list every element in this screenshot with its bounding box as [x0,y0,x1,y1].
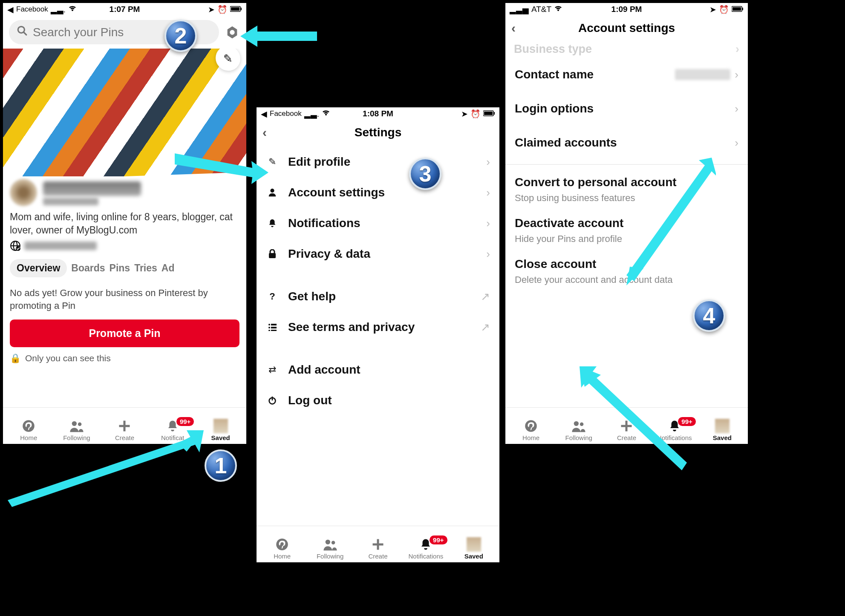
annotation-arrow-to-deactivate [626,158,716,285]
search-row: Search your Pins [3,16,246,49]
settings-gear-button[interactable] [224,24,240,40]
battery-icon [732,5,744,14]
avatar[interactable] [10,179,37,206]
annotation-badge-1: 1 [205,449,237,482]
swap-icon: ⇄ [266,364,279,375]
tab-create[interactable]: Create [354,537,402,560]
tab-label: Home [522,434,539,441]
svg-marker-39 [175,153,268,184]
row-notifications[interactable]: Notifications › [257,208,499,239]
tab-home[interactable]: Home [507,419,555,441]
annotation-arrow-to-saved [8,430,204,507]
tab-label: Saved [464,553,483,560]
svg-point-34 [574,421,579,426]
annotation-badge-3: 3 [409,158,441,190]
nav-header: ‹ Account settings [505,16,748,40]
wifi-icon [554,5,562,14]
promote-pin-button[interactable]: Promote a Pin [10,320,239,347]
chevron-right-icon: › [735,102,738,115]
svg-point-33 [525,420,537,432]
location-icon: ➤ [709,5,716,14]
row-label: Add account [288,363,490,377]
signal-icon: ▂▃. [51,5,66,14]
row-privacy[interactable]: Privacy & data › [257,239,499,269]
svg-point-23 [268,330,270,331]
tab-tries[interactable]: Tries [134,262,157,274]
row-label: Business type [514,43,592,56]
profile-block: Mom and wife, living online for 8 years,… [3,176,246,363]
external-link-icon: ↗ [481,321,490,334]
tab-label: Notifications [409,553,444,560]
back-button[interactable]: ‹ [511,21,516,35]
row-add-account[interactable]: ⇄ Add account [257,354,499,385]
back-app-label[interactable]: Facebook [270,109,302,118]
svg-rect-20 [271,324,277,325]
svg-rect-22 [271,327,277,328]
svg-point-17 [270,189,274,193]
svg-marker-42 [580,366,687,470]
svg-marker-37 [8,430,204,507]
carrier-label: AT&T [531,5,551,14]
svg-point-28 [325,540,330,544]
tab-notifications[interactable]: 99+ Notifications [402,537,450,560]
alarm-icon: ⏰ [217,5,228,14]
website-blurred[interactable] [24,242,97,250]
wifi-icon [68,5,77,14]
row-label: Get help [288,290,471,303]
row-edit-profile[interactable]: ✎ Edit profile › [257,147,499,177]
row-label: Edit profile [288,155,477,169]
phone-profile: ◀ Facebook ▂▃. 1:07 PM ➤ ⏰ Search your P… [3,3,246,444]
signal-icon: ▂▃. [304,109,319,119]
svg-point-27 [276,538,288,550]
tab-boards[interactable]: Boards [71,262,105,274]
row-label: Notifications [288,216,477,230]
tab-pins[interactable]: Pins [110,262,130,274]
profile-tabs: Overview Boards Pins Tries Ad [10,259,239,277]
row-terms[interactable]: See terms and privacy ↗ [257,312,499,343]
row-contact-name[interactable]: Contact name › [505,58,748,92]
chevron-right-icon: › [735,43,739,56]
tab-overview[interactable]: Overview [10,259,67,277]
lock-icon: 🔒 [10,353,21,363]
row-business-type-faded: Business type › [505,40,748,58]
contact-value-blurred [675,69,730,80]
back-app-label[interactable]: Facebook [16,5,48,14]
svg-point-12 [72,421,77,426]
row-log-out[interactable]: Log out [257,385,499,416]
bell-icon [266,219,279,228]
tab-saved[interactable]: Saved [698,419,746,441]
chevron-right-icon: › [486,155,490,169]
notification-badge: 99+ [430,535,447,544]
list-icon [266,323,279,331]
no-ads-text: No ads yet! Grow your business on Pinter… [10,287,239,312]
page-title: Settings [355,126,401,139]
svg-rect-18 [269,253,276,258]
svg-rect-1 [241,8,242,10]
tab-saved[interactable]: Saved [450,537,498,560]
tab-home[interactable]: Home [258,537,306,560]
nav-header: ‹ Settings [257,120,499,145]
back-button[interactable]: ‹ [262,125,267,140]
search-placeholder: Search your Pins [33,26,124,39]
row-login-options[interactable]: Login options › [505,92,748,126]
people-icon [323,537,337,552]
pinterest-icon [524,419,538,433]
chevron-right-icon: › [486,186,490,199]
row-claimed-accounts[interactable]: Claimed accounts › [505,126,748,160]
location-icon: ➤ [461,109,468,119]
globe-icon [10,240,21,251]
search-icon [17,25,28,39]
row-get-help[interactable]: ? Get help ↗ [257,281,499,312]
back-chevron-icon[interactable]: ◀ [261,109,267,119]
row-account-settings[interactable]: Account settings › [257,177,499,208]
svg-rect-31 [742,8,743,10]
chevron-right-icon: › [735,68,738,81]
tab-saved[interactable]: Saved [196,419,245,441]
tab-ads[interactable]: Ad [162,262,175,274]
tab-following[interactable]: Following [306,537,354,560]
profile-sub-blurred [43,198,98,205]
svg-rect-2 [231,7,239,11]
svg-marker-36 [240,26,317,47]
back-chevron-icon[interactable]: ◀ [7,5,14,14]
svg-point-13 [78,423,82,426]
